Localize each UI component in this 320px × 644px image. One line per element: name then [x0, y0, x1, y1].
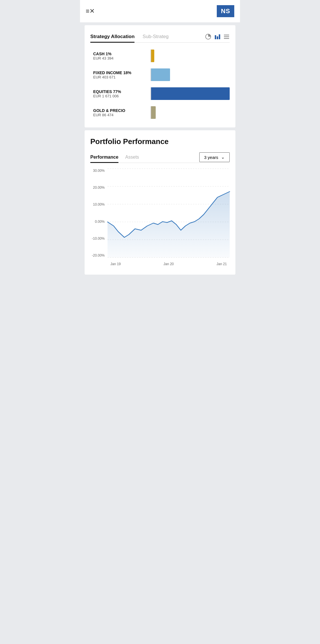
portfolio-performance-card: Portfolio Performance Performance Assets… [85, 130, 235, 275]
x-axis-label: Jan 20 [163, 262, 174, 266]
bar-label: FIXED INCOME 18%EUR 403 671 [93, 70, 151, 79]
y-axis-label: 30.00% [90, 169, 107, 173]
bar-fill [151, 50, 154, 62]
bar-label-title: FIXED INCOME 18% [93, 70, 151, 75]
time-range-value: 3 years [204, 155, 218, 160]
bar-track [151, 87, 230, 100]
chart-type-icons [205, 34, 230, 40]
chart-plot [108, 169, 230, 257]
bar-label: GOLD & PRECIOEUR 86 474 [93, 108, 151, 117]
bar-fill [151, 106, 156, 119]
app-logo: NS [217, 5, 234, 17]
bar-label: EQUITIES 77%EUR 1 671 006 [93, 89, 151, 98]
bar-row: GOLD & PRECIOEUR 86 474 [93, 106, 230, 119]
y-axis-label: 20.00% [90, 186, 107, 190]
bar-chart-icon[interactable] [214, 34, 221, 40]
svg-rect-6 [224, 38, 229, 39]
x-axis-label: Jan 19 [110, 262, 121, 266]
strategy-allocation-card: Strategy Allocation Sub-Strateg [85, 25, 235, 127]
x-axis-labels: Jan 19Jan 20Jan 21 [108, 262, 230, 266]
bar-label-amount: EUR 86 474 [93, 113, 151, 117]
bar-row: FIXED INCOME 18%EUR 403 671 [93, 68, 230, 81]
bar-label-title: CASH 1% [93, 52, 151, 56]
tab-assets[interactable]: Assets [125, 152, 139, 163]
svg-rect-2 [217, 36, 218, 39]
performance-chart-area: 30.00%20.00%10.00%0.00%-10.00%-20.00% [90, 169, 230, 266]
y-axis-labels: 30.00%20.00%10.00%0.00%-10.00%-20.00% [90, 169, 107, 257]
y-axis-label: 10.00% [90, 202, 107, 206]
portfolio-performance-title: Portfolio Performance [90, 137, 230, 146]
time-range-dropdown[interactable]: 3 years ⌄ [199, 152, 230, 162]
bar-label: CASH 1%EUR 43 394 [93, 52, 151, 60]
bar-fill [151, 87, 230, 100]
bar-row: CASH 1%EUR 43 394 [93, 50, 230, 62]
svg-rect-3 [219, 34, 220, 39]
bar-label-amount: EUR 1 671 006 [93, 94, 151, 98]
bar-label-amount: EUR 43 394 [93, 56, 151, 60]
tab-strategy-allocation[interactable]: Strategy Allocation [90, 31, 134, 42]
svg-rect-4 [224, 35, 229, 36]
line-chart-svg [108, 169, 230, 257]
pie-chart-icon[interactable] [205, 34, 211, 40]
tab-sub-strategy[interactable]: Sub-Strateg [143, 31, 169, 42]
app-header: ≡✕ NS [80, 0, 240, 22]
svg-rect-5 [224, 36, 229, 37]
bar-track [151, 68, 230, 81]
y-axis-label: -10.00% [90, 237, 107, 241]
svg-rect-1 [215, 35, 216, 39]
chevron-down-icon: ⌄ [221, 155, 225, 160]
strategy-bar-chart: CASH 1%EUR 43 394FIXED INCOME 18%EUR 403… [90, 50, 230, 119]
list-icon[interactable] [223, 34, 230, 40]
bar-label-amount: EUR 403 671 [93, 75, 151, 79]
menu-icon[interactable]: ≡✕ [86, 7, 95, 15]
bar-track [151, 50, 230, 62]
y-axis-label: 0.00% [90, 220, 107, 224]
x-axis-label: Jan 21 [216, 262, 227, 266]
strategy-tabs: Strategy Allocation Sub-Strateg [90, 31, 230, 43]
bar-label-title: EQUITIES 77% [93, 89, 151, 94]
performance-tabs: Performance Assets 3 years ⌄ [90, 152, 230, 163]
bar-row: EQUITIES 77%EUR 1 671 006 [93, 87, 230, 100]
tab-performance[interactable]: Performance [90, 152, 118, 163]
y-axis-label: -20.00% [90, 253, 107, 257]
bar-fill [151, 68, 170, 81]
bar-track [151, 106, 230, 119]
bar-label-title: GOLD & PRECIO [93, 108, 151, 113]
